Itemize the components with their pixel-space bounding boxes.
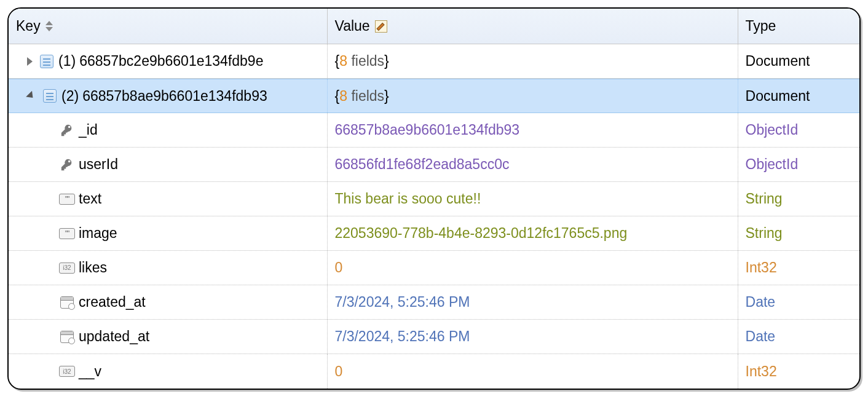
field-type: Date (746, 294, 776, 310)
table-row[interactable]: i32__v0Int32 (9, 354, 859, 389)
edit-icon[interactable] (375, 20, 387, 33)
table-row[interactable]: ""image22053690-778b-4b4e-8293-0d12fc176… (9, 216, 859, 251)
string-icon: "" (59, 192, 75, 206)
field-name: likes (79, 259, 107, 276)
field-count: 8 (339, 88, 347, 104)
field-value: 0 (335, 259, 343, 276)
column-header-value-label: Value (335, 18, 370, 34)
document-tree-panel: Key Value Type (1) 66857bc2e9b6601e134fd… (7, 7, 861, 390)
table-row[interactable]: i32likes0Int32 (9, 251, 859, 285)
field-name: updated_at (79, 328, 149, 345)
table-row[interactable]: ""textThis bear is sooo cute!!String (9, 182, 859, 216)
table-row[interactable]: (1) 66857bc2e9b6601e134fdb9e {8 fields} … (9, 44, 859, 79)
field-type: ObjectId (746, 156, 799, 173)
field-name: __v (79, 363, 101, 380)
doc-index: (1) (58, 53, 76, 69)
collapse-toggle-icon[interactable] (26, 90, 36, 100)
fields-word: fields (351, 53, 384, 69)
doc-type: Document (746, 88, 810, 105)
field-value: This bear is sooo cute!! (335, 191, 481, 207)
doc-id: 66857bc2e9b6601e134fdb9e (79, 53, 263, 69)
doc-index: (2) (61, 88, 79, 105)
field-name: image (79, 225, 117, 242)
column-header-key-label: Key (16, 18, 41, 34)
expand-toggle-icon[interactable] (27, 57, 33, 66)
field-type: Int32 (746, 363, 777, 380)
key-icon (59, 124, 75, 137)
field-type: ObjectId (746, 122, 799, 138)
table-row[interactable]: created_at7/3/2024, 5:25:46 PMDate (9, 285, 859, 320)
field-value: 22053690-778b-4b4e-8293-0d12fc1765c5.png (335, 225, 628, 242)
table-header: Key Value Type (9, 9, 859, 44)
field-type: Date (746, 328, 776, 345)
field-name: created_at (79, 294, 146, 310)
table-row[interactable]: (2) 66857b8ae9b6601e134fdb93 {8 fields} … (9, 79, 859, 113)
field-value: 66856fd1fe68f2ead8a5cc0c (335, 156, 510, 173)
field-value: 0 (335, 363, 343, 380)
column-header-type[interactable]: Type (738, 9, 859, 44)
field-count: 8 (339, 53, 347, 69)
column-header-type-label: Type (746, 18, 776, 34)
field-name: text (79, 191, 101, 207)
int32-icon: i32 (59, 365, 75, 378)
key-icon (59, 158, 75, 172)
field-value: 7/3/2024, 5:25:46 PM (335, 294, 470, 310)
date-icon (59, 330, 75, 344)
document-icon (43, 89, 57, 103)
sort-icon[interactable] (45, 21, 53, 31)
document-icon (40, 55, 53, 68)
field-type: String (746, 225, 783, 242)
column-header-value[interactable]: Value (328, 9, 738, 44)
field-type: Int32 (746, 259, 777, 276)
field-value: 7/3/2024, 5:25:46 PM (335, 328, 470, 345)
field-type: String (746, 191, 783, 207)
string-icon: "" (59, 227, 75, 240)
date-icon (59, 296, 75, 309)
table-row[interactable]: userId66856fd1fe68f2ead8a5cc0cObjectId (9, 148, 859, 182)
column-header-key[interactable]: Key (9, 9, 328, 44)
table-row[interactable]: updated_at7/3/2024, 5:25:46 PMDate (9, 320, 859, 354)
doc-id: 66857b8ae9b6601e134fdb93 (82, 88, 267, 105)
field-name: userId (79, 156, 118, 173)
doc-type: Document (746, 53, 810, 69)
field-value: 66857b8ae9b6601e134fdb93 (335, 122, 520, 138)
table-row[interactable]: _id66857b8ae9b6601e134fdb93ObjectId (9, 113, 859, 148)
field-name: _id (79, 122, 98, 138)
fields-word: fields (351, 88, 384, 104)
int32-icon: i32 (59, 261, 75, 275)
